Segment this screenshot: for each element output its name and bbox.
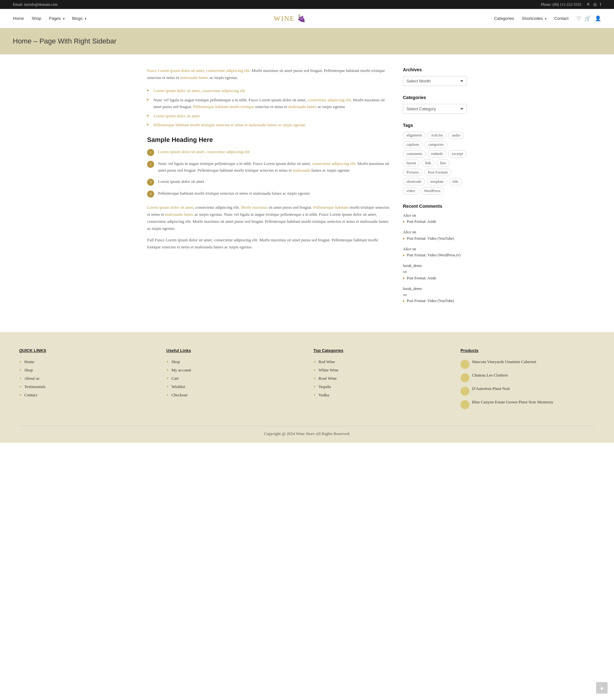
archives-select[interactable]: Select Month [403, 76, 467, 86]
list-item: Shop [166, 359, 300, 364]
wishlist-icon[interactable]: ♡ [576, 15, 581, 22]
comment-post-link-1[interactable]: Post Format: Aside [407, 218, 436, 225]
para1-link-4[interactable]: malesuada fames [165, 212, 194, 217]
footer-link[interactable]: Checkout [171, 392, 187, 398]
nav-contact[interactable]: Contact [554, 16, 568, 21]
tag-item[interactable]: link [421, 160, 434, 167]
tag-item[interactable]: template [427, 178, 447, 185]
nav-categories[interactable]: Categories [494, 16, 514, 21]
tag-item[interactable]: shortcode [403, 178, 425, 185]
product-item: Chateau Les Clottiers [460, 373, 595, 382]
tag-item[interactable]: title [449, 178, 462, 185]
nav-shortcodes[interactable]: Shortcodes ▾ [522, 16, 547, 21]
facebook-icon[interactable]: f [600, 2, 601, 7]
tag-item[interactable]: categories [425, 141, 447, 148]
comment-post-link-4[interactable]: Post Format: Aside [407, 275, 436, 281]
tag-item[interactable]: audio [449, 132, 464, 139]
tag-item[interactable]: excerpt [449, 150, 467, 158]
footer-top-categories: Top Categories Red WineWhite WineRosé Wi… [314, 348, 448, 413]
footer-link[interactable]: Cart [171, 376, 179, 381]
para1-link-3[interactable]: Pellentesque habitant [313, 205, 348, 210]
sidebar-recent-comments: Recent Comments Alice on Post Format: As… [403, 204, 467, 304]
nav-home[interactable]: Home [13, 16, 24, 21]
intro-link-2[interactable]: malesuada fames [180, 75, 209, 80]
top-bar-right: Phone: (00) 111-222-5555 ✕ ◎ f [541, 2, 601, 7]
page-header: Home – Page With Right Sidebar [0, 28, 614, 54]
numbered-link-2b[interactable]: malesuada [293, 168, 310, 173]
footer-link[interactable]: Shop [24, 367, 33, 373]
tag-item[interactable]: alignment [403, 132, 425, 139]
bullet-link-4[interactable]: Pellentesque habitant morbi tristique se… [154, 122, 305, 127]
product-link[interactable]: Chateau Les Clottiers [472, 373, 508, 378]
categories-select[interactable]: Select Category [403, 104, 467, 114]
cart-icon[interactable]: 🛒 [585, 15, 591, 22]
footer-link[interactable]: Shop [171, 359, 180, 364]
nav-blogs[interactable]: Blogs ▾ [72, 16, 86, 21]
account-icon[interactable]: 👤 [595, 15, 601, 22]
footer-link[interactable]: Home [24, 359, 35, 364]
products-title[interactable]: Products [460, 348, 595, 353]
list-item: About us [19, 376, 154, 381]
numbered-link-2a[interactable]: consectetur adipiscing elit. [312, 161, 357, 166]
numbered-text-2: Nunc vel ligula in augue tristique pelle… [158, 161, 390, 174]
footer-link[interactable]: White Wine [319, 367, 338, 373]
product-link[interactable]: Mascota Vineyards Unanime Cabernet [472, 359, 536, 364]
bullet-item: Lorem ipsum dolor sit amet [147, 112, 390, 121]
bullet-link-2c[interactable]: malesuada fames [288, 104, 317, 109]
numbered-link-1[interactable]: Lorem ipsum dolor sit amet, consectetur … [158, 149, 250, 154]
para1-link-2[interactable]: Morbi maximus [241, 205, 267, 210]
comment-link-5: Post Format: Video (YouTube) [403, 298, 467, 304]
bullet-link-2b[interactable]: Pellentesque habitant morbi tristique [193, 104, 254, 109]
footer-bottom: Copyright @ 2024 Wine Store All Rights R… [19, 426, 595, 436]
footer-link[interactable]: Rosé Wine [319, 376, 337, 381]
product-link[interactable]: D'Autrefois Pinot Noir [472, 386, 510, 391]
comment-author-4: luzuk_demo [403, 263, 422, 268]
footer-link[interactable]: My account [171, 367, 191, 373]
product-item: Blue Canyon Estate Grown Pinot Noir Mont… [460, 400, 595, 409]
tag-item[interactable]: Pictures [403, 169, 422, 176]
comment-on-5: on [403, 292, 407, 297]
footer-link[interactable]: Vodka [319, 392, 329, 398]
footer-link[interactable]: About us [24, 376, 39, 381]
intro-link-1[interactable]: Fusce Lorem ipsum dolor sit amet, consec… [147, 68, 250, 73]
top-categories-title[interactable]: Top Categories [314, 348, 448, 353]
tag-item[interactable]: layout [403, 160, 420, 167]
bullet-item: Nunc vel ligula in augue tristique pelle… [147, 96, 390, 112]
tag-item[interactable]: Post Formats [425, 169, 452, 176]
numbered-list: 1 Lorem ipsum dolor sit amet, consectetu… [147, 149, 390, 198]
tag-item[interactable]: lists [437, 160, 450, 167]
top-bar: Email: myinfo@domain.com Phone: (00) 111… [0, 0, 614, 9]
footer-link[interactable]: Tequila [319, 384, 331, 389]
site-logo[interactable]: WINE 🍇 [274, 14, 306, 23]
product-link[interactable]: Blue Canyon Estate Grown Pinot Noir Mont… [472, 400, 553, 405]
copyright-link[interactable]: Copyright @ 2024 Wine Store All Rights R… [264, 431, 350, 436]
nav-shop[interactable]: Shop [32, 16, 41, 21]
tag-item[interactable]: WordPress [420, 187, 444, 195]
bullet-link-1[interactable]: Lorem ipsum dolor sit amet, consectetur … [154, 88, 245, 93]
tag-item[interactable]: Articles [427, 132, 446, 139]
bullet-link-2a[interactable]: consectetur adipiscing elit. [308, 98, 352, 102]
list-item: Contact [19, 392, 154, 398]
list-item: White Wine [314, 367, 448, 373]
tag-item[interactable]: video [403, 187, 419, 195]
comment-post-link-5[interactable]: Post Format: Video (YouTube) [407, 298, 454, 304]
list-item: Checkout [166, 392, 300, 398]
comment-post-link-3[interactable]: Post Format: Video (WordPress.tv) [407, 252, 460, 258]
tag-item[interactable]: comments [403, 150, 426, 158]
useful-links-title[interactable]: Useful Links [166, 348, 300, 353]
comment-post-link-2[interactable]: Post Format: Video (YouTube) [407, 236, 454, 242]
quick-links-title[interactable]: QUICK LINKS [19, 348, 154, 353]
tag-item[interactable]: captions [403, 141, 423, 148]
footer-link[interactable]: Red Wine [319, 359, 335, 364]
para1-link-1[interactable]: Lorem ipsum dolor sit amet [147, 205, 193, 210]
tag-item[interactable]: embeds [428, 150, 446, 158]
footer-link[interactable]: Contact [24, 392, 37, 398]
twitter-icon[interactable]: ✕ [587, 2, 590, 7]
instagram-icon[interactable]: ◎ [593, 2, 597, 7]
content-area: Fusce Lorem ipsum dolor sit amet, consec… [147, 67, 390, 313]
comment-item: Alice on Post Format: Video (YouTube) [403, 229, 467, 241]
footer-link[interactable]: Testimonials [24, 384, 46, 389]
footer-link[interactable]: Wishlist [171, 384, 185, 389]
bullet-link-3[interactable]: Lorem ipsum dolor sit amet [154, 113, 199, 118]
nav-pages[interactable]: Pages ▾ [49, 16, 64, 21]
